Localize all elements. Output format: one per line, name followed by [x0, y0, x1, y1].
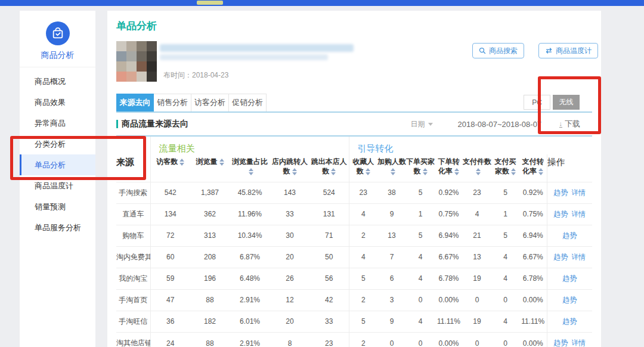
- sort-icon[interactable]: [476, 168, 481, 175]
- trend-link[interactable]: 趋势: [553, 339, 568, 347]
- value-cell: 4: [349, 203, 377, 225]
- trend-link[interactable]: 趋势: [562, 231, 577, 240]
- value-cell: 0.75%: [519, 203, 547, 225]
- value-cell: 0: [463, 332, 491, 347]
- actions-cell: 趋势: [547, 225, 592, 246]
- column-label-row: 访客数浏览量浏览量占比店内跳转人数跳出本店人数收藏人数加购人数下单买家数下单转化…: [116, 154, 592, 182]
- column-header[interactable]: 浏览量占比: [230, 154, 270, 182]
- value-cell: 0: [463, 289, 491, 311]
- sort-icon[interactable]: [292, 168, 297, 175]
- column-header-label: 跳出本店人数: [311, 157, 347, 175]
- wireless-toggle-button[interactable]: 无线: [553, 95, 580, 110]
- download-button[interactable]: ↓ 下载: [559, 119, 581, 129]
- source-cell: 手淘首页: [116, 289, 150, 311]
- sidebar-item-sales-forecast[interactable]: 销量预测: [20, 196, 95, 217]
- value-cell: 30: [270, 225, 309, 246]
- pc-toggle-button[interactable]: PC: [524, 95, 550, 110]
- sort-icon[interactable]: [249, 168, 253, 175]
- column-header[interactable]: 支付转化率: [519, 154, 547, 182]
- value-cell: 88: [190, 332, 230, 347]
- value-cell: 71: [309, 225, 349, 246]
- tab-promotion-analysis[interactable]: 促销分析: [229, 94, 267, 111]
- value-cell: 313: [190, 225, 230, 246]
- column-header-label: 支付件数: [463, 157, 491, 166]
- column-header[interactable]: 支付买家数: [491, 154, 519, 182]
- sort-icon[interactable]: [179, 159, 184, 166]
- sidebar-item-abnormal-products[interactable]: 异常商品: [20, 113, 95, 134]
- source-column-header: 来源: [116, 137, 150, 182]
- trend-link[interactable]: 趋势: [553, 253, 568, 261]
- column-header[interactable]: 店内跳转人数: [270, 154, 309, 182]
- column-header-label: 浏览量: [196, 157, 218, 166]
- sort-icon[interactable]: [454, 168, 459, 175]
- sidebar-item-product-thermometer[interactable]: 商品温度计: [20, 175, 95, 196]
- value-cell: 56: [309, 268, 349, 289]
- detail-link[interactable]: 详情: [571, 253, 586, 261]
- sort-icon[interactable]: [538, 168, 543, 175]
- column-header[interactable]: 下单转化率: [435, 154, 463, 182]
- column-header[interactable]: 加购人数: [377, 154, 406, 182]
- sort-icon[interactable]: [423, 168, 428, 175]
- detail-link[interactable]: 详情: [571, 339, 586, 347]
- product-search-button[interactable]: 商品搜索: [472, 43, 524, 58]
- sidebar-item-single-item-analysis[interactable]: 单品分析: [20, 154, 95, 175]
- table-body: 手淘搜索5421,38745.82%143524233850.92%2350.9…: [116, 182, 592, 347]
- detail-link[interactable]: 详情: [571, 210, 586, 218]
- value-cell: 2: [349, 225, 377, 246]
- trend-link[interactable]: 趋势: [553, 210, 568, 218]
- column-header[interactable]: 跳出本店人数: [309, 154, 349, 182]
- tab-sales-analysis[interactable]: 销售分析: [154, 94, 191, 111]
- table-row: 手淘旺信361826.01%203359411.11%19411.11%趋势: [116, 311, 592, 332]
- sort-icon[interactable]: [511, 168, 516, 175]
- trend-link[interactable]: 趋势: [562, 274, 577, 283]
- download-icon: ↓: [559, 120, 563, 128]
- value-cell: 6.78%: [519, 268, 547, 289]
- value-cell: 5: [406, 182, 435, 203]
- value-cell: 24: [150, 332, 190, 347]
- sort-icon[interactable]: [391, 168, 395, 175]
- trend-link[interactable]: 趋势: [562, 296, 577, 304]
- value-cell: 6: [377, 268, 406, 289]
- section-title: 商品流量来源去向: [122, 119, 188, 129]
- date-dropdown[interactable]: 日期: [411, 119, 433, 129]
- column-header[interactable]: 浏览量: [190, 154, 230, 182]
- sidebar-item-product-effect[interactable]: 商品效果: [20, 92, 95, 113]
- source-cell: 手淘旺信: [116, 311, 150, 332]
- detail-link[interactable]: 详情: [571, 188, 586, 197]
- product-thermometer-label: 商品温度计: [556, 46, 592, 56]
- value-cell: 4: [349, 246, 377, 268]
- value-cell: 6.87%: [230, 246, 270, 268]
- tab-visitor-analysis[interactable]: 访客分析: [191, 94, 229, 111]
- table-row: 手淘搜索5421,38745.82%143524233850.92%2350.9…: [116, 182, 592, 203]
- sort-icon[interactable]: [219, 159, 224, 166]
- sidebar-item-single-item-service[interactable]: 单品服务分析: [20, 217, 95, 238]
- tab-source-destination[interactable]: 来源去向: [116, 94, 154, 111]
- column-header[interactable]: 收藏人数: [349, 154, 377, 182]
- value-cell: 36: [150, 311, 190, 332]
- column-header[interactable]: 下单买家数: [406, 154, 435, 182]
- value-cell: 8: [270, 332, 309, 347]
- value-cell: 6.94%: [519, 225, 547, 246]
- sidebar-item-category-analysis[interactable]: 分类分析: [20, 134, 95, 154]
- value-cell: 88: [190, 289, 230, 311]
- sidebar-item-product-overview[interactable]: 商品概况: [20, 71, 95, 92]
- value-cell: 23: [463, 182, 491, 203]
- column-header[interactable]: 支付件数: [463, 154, 491, 182]
- swap-arrows-icon: [545, 47, 553, 54]
- value-cell: 45.82%: [230, 182, 270, 203]
- header-buttons: 商品搜索 商品温度计: [472, 43, 598, 58]
- product-thermometer-button[interactable]: 商品温度计: [538, 43, 598, 58]
- value-cell: 0: [377, 332, 406, 347]
- traffic-group-title: 流量相关: [150, 137, 349, 154]
- trend-link[interactable]: 趋势: [553, 188, 568, 197]
- trend-link[interactable]: 趋势: [562, 317, 577, 326]
- actions-cell: 趋势: [547, 268, 592, 289]
- value-cell: 13: [377, 225, 406, 246]
- column-header[interactable]: 访客数: [150, 154, 190, 182]
- sort-icon[interactable]: [366, 168, 370, 175]
- sort-icon[interactable]: [331, 168, 336, 175]
- value-cell: 4: [406, 311, 435, 332]
- value-cell: 524: [309, 182, 349, 203]
- value-cell: 23: [349, 182, 377, 203]
- value-cell: 5: [349, 311, 377, 332]
